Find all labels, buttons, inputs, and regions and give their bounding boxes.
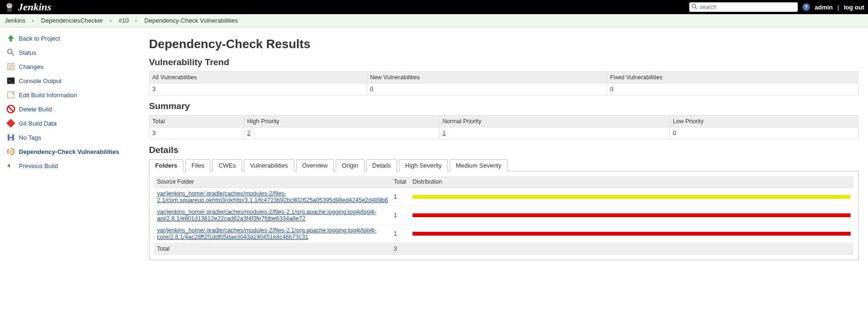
- svg-rect-20: [9, 138, 13, 141]
- chevron-right-icon: ▸: [110, 18, 112, 23]
- total-label: Total: [154, 243, 391, 255]
- sidebar-item-label: Status: [19, 49, 36, 56]
- page-title: Dependency-Check Results: [149, 37, 859, 51]
- normal-priority-link[interactable]: 1: [442, 130, 446, 136]
- summary-header: High Priority: [244, 116, 439, 127]
- svg-point-4: [692, 4, 696, 8]
- sidebar-item-previous-build[interactable]: Previous Build: [0, 159, 141, 173]
- details-header: Distribution: [410, 176, 853, 188]
- total-cell: 1: [391, 188, 410, 206]
- svg-point-3: [10, 5, 11, 6]
- trend-value: 0: [367, 84, 607, 95]
- chevron-right-icon: ▸: [32, 18, 34, 23]
- sidebar-item-delete-build[interactable]: Delete Build: [0, 102, 141, 116]
- trend-header: New Vulnerabilities: [367, 72, 607, 84]
- sidebar-item-dependency-check-vulnerabilities[interactable]: D Dependency-Check Vulnerabilities: [0, 144, 141, 159]
- svg-line-5: [695, 7, 697, 9]
- folder-link[interactable]: var/jenkins_home/.gradle/caches/modules-…: [157, 209, 377, 222]
- summary-value: 2: [244, 127, 439, 139]
- folder-link[interactable]: var/jenkins_home/.gradle/caches/modules-…: [157, 190, 388, 203]
- tab-details[interactable]: Details: [366, 159, 397, 171]
- arrow-left-icon: [7, 161, 15, 170]
- svg-text:>_: >_: [8, 78, 13, 83]
- svg-line-16: [8, 106, 13, 111]
- breadcrumb-item[interactable]: Dependency-Check Vulnerabilities: [144, 17, 238, 24]
- trend-value: 3: [149, 84, 367, 95]
- svg-rect-17: [7, 119, 15, 127]
- details-panel: Source Folder Total Distribution var/jen…: [149, 171, 859, 260]
- jenkins-wordmark: Jenkins: [18, 1, 51, 13]
- total-value: 3: [391, 243, 410, 255]
- logout-link[interactable]: log out: [844, 4, 864, 11]
- user-link[interactable]: admin: [815, 4, 833, 11]
- details-tabs: Folders Files CWEs Vulnerabilities Overv…: [149, 159, 859, 171]
- summary-header: Low Priority: [670, 116, 859, 127]
- svg-rect-1: [7, 8, 12, 12]
- breadcrumb-item[interactable]: DependenciesChecker: [41, 17, 103, 24]
- summary-value: 1: [439, 127, 670, 139]
- breadcrumb-item[interactable]: Jenkins: [5, 17, 25, 24]
- tab-cwes[interactable]: CWEs: [212, 159, 242, 171]
- breadcrumb: Jenkins ▸ DependenciesChecker ▸ #10 ▸ De…: [0, 14, 868, 27]
- trend-value: 0: [607, 84, 858, 95]
- details-table: Source Folder Total Distribution var/jen…: [154, 176, 853, 255]
- trend-header: Fixed Vulnerabilities: [607, 72, 858, 84]
- tab-vulnerabilities[interactable]: Vulnerabilities: [244, 159, 294, 171]
- distribution-cell: [410, 188, 853, 206]
- sidebar-item-label: Changes: [19, 63, 43, 70]
- high-priority-link[interactable]: 2: [247, 130, 250, 136]
- help-icon[interactable]: ?: [802, 3, 810, 11]
- no-entry-icon: [7, 105, 15, 113]
- details-header: Total: [391, 176, 410, 188]
- tab-folders[interactable]: Folders: [149, 159, 183, 171]
- svg-rect-14: [8, 92, 14, 98]
- summary-header: Normal Priority: [439, 116, 670, 127]
- table-row: var/jenkins_home/.gradle/caches/modules-…: [154, 225, 853, 243]
- distribution-bar: [413, 213, 851, 217]
- summary-heading: Summary: [149, 101, 859, 111]
- search-box[interactable]: [689, 2, 798, 12]
- sidebar-item-status[interactable]: Status: [0, 45, 141, 59]
- total-cell: 1: [391, 225, 410, 243]
- sidebar-item-git-build-data[interactable]: Git Build Data: [0, 116, 141, 130]
- sidebar-item-changes[interactable]: Changes: [0, 59, 141, 74]
- svg-point-6: [8, 49, 12, 53]
- logo-area[interactable]: Jenkins: [4, 1, 51, 13]
- table-row: var/jenkins_home/.gradle/caches/modules-…: [154, 206, 853, 225]
- trend-table: All Vulnerabilities New Vulnerabilities …: [149, 71, 859, 95]
- search-icon: [691, 3, 698, 11]
- distribution-bar: [413, 195, 851, 199]
- tab-files[interactable]: Files: [185, 159, 210, 171]
- distribution-cell: [410, 225, 853, 243]
- search-input[interactable]: [698, 4, 796, 10]
- table-row: var/jenkins_home/.gradle/caches/modules-…: [154, 188, 853, 206]
- topbar-separator: |: [837, 4, 839, 11]
- tab-overview[interactable]: Overview: [296, 159, 334, 171]
- main-content: Dependency-Check Results Vulnerability T…: [141, 27, 868, 279]
- breadcrumb-item[interactable]: #10: [119, 17, 129, 24]
- distribution-cell: [410, 206, 853, 225]
- sidebar-item-no-tags[interactable]: No Tags: [0, 130, 141, 144]
- tab-high-severity[interactable]: High Severity: [399, 159, 447, 171]
- edit-icon: [7, 91, 15, 99]
- sidebar-item-console-output[interactable]: >_ Console Output: [0, 74, 141, 88]
- tab-medium-severity[interactable]: Medium Severity: [450, 159, 508, 171]
- tab-origin[interactable]: Origin: [336, 159, 364, 171]
- table-total-row: Total 3: [154, 243, 853, 255]
- magnifier-icon: [7, 48, 15, 57]
- sidebar-item-back-to-project[interactable]: Back to Project: [0, 31, 141, 45]
- sidebar-item-edit-build-information[interactable]: Edit Build Information: [0, 88, 141, 102]
- svg-point-0: [7, 3, 12, 8]
- folder-link[interactable]: var/jenkins_home/.gradle/caches/modules-…: [157, 227, 377, 240]
- sidebar-item-label: Previous Build: [19, 162, 58, 169]
- summary-header: Total: [149, 116, 244, 127]
- jenkins-logo-icon: [4, 1, 15, 13]
- arrow-up-icon: [7, 34, 15, 42]
- dependency-check-icon: D: [7, 147, 15, 156]
- summary-value: 0: [670, 127, 859, 139]
- trend-header: All Vulnerabilities: [149, 72, 367, 84]
- details-heading: Details: [149, 145, 859, 155]
- save-icon: [7, 133, 15, 142]
- topbar-right: ? admin | log out: [689, 2, 864, 12]
- svg-line-7: [11, 53, 14, 56]
